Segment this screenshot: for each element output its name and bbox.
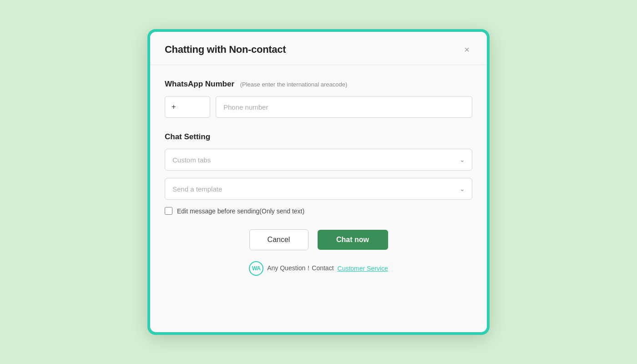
- wa-logo: WA: [249, 261, 263, 276]
- customer-service-link[interactable]: Customer Service: [338, 265, 388, 272]
- dialog-title: Chatting with Non-contact: [165, 44, 286, 56]
- checkbox-row: Edit message before sending(Only send te…: [165, 207, 472, 215]
- phone-code-input[interactable]: [165, 96, 210, 118]
- whatsapp-number-hint: (Please enter the international areacode…: [240, 81, 348, 88]
- footer-row: WA Any Question！Contact Customer Service: [165, 261, 472, 276]
- dialog: Chatting with Non-contact × WhatsApp Num…: [150, 32, 487, 332]
- phone-number-input[interactable]: [216, 96, 472, 118]
- cancel-button[interactable]: Cancel: [249, 229, 308, 250]
- whatsapp-number-label: WhatsApp Number (Please enter the intern…: [165, 80, 472, 89]
- edit-before-sending-checkbox[interactable]: [165, 207, 172, 215]
- phone-row: [165, 96, 472, 118]
- button-row: Cancel Chat now: [165, 229, 472, 250]
- send-template-select[interactable]: Send a template: [165, 178, 472, 200]
- send-template-wrapper: Send a template ⌄: [165, 178, 472, 200]
- chat-now-button[interactable]: Chat now: [318, 230, 388, 250]
- custom-tabs-select[interactable]: Custom tabs: [165, 149, 472, 171]
- checkbox-label: Edit message before sending(Only send te…: [177, 207, 304, 215]
- close-button[interactable]: ×: [461, 44, 472, 55]
- chat-setting-label: Chat Setting: [165, 132, 472, 142]
- whatsapp-number-section: WhatsApp Number (Please enter the intern…: [165, 80, 472, 118]
- footer-text: Any Question！Contact: [267, 264, 334, 273]
- chat-setting-section: Chat Setting Custom tabs ⌄ Send a templa…: [165, 132, 472, 215]
- dialog-wrapper: Chatting with Non-contact × WhatsApp Num…: [147, 29, 490, 335]
- custom-tabs-wrapper: Custom tabs ⌄: [165, 149, 472, 171]
- dialog-body: WhatsApp Number (Please enter the intern…: [150, 65, 487, 288]
- dialog-header: Chatting with Non-contact ×: [150, 32, 487, 65]
